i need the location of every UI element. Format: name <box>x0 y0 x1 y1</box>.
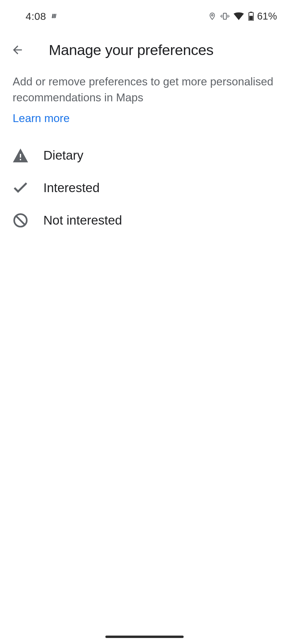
svg-rect-2 <box>222 15 222 18</box>
svg-line-10 <box>16 216 25 225</box>
description-text: Add or remove preferences to get more pe… <box>13 74 276 106</box>
preference-label: Not interested <box>43 213 122 228</box>
preference-interested[interactable]: Interested <box>12 172 277 204</box>
preference-label: Interested <box>43 181 100 195</box>
location-icon <box>208 12 216 21</box>
arrow-left-icon <box>11 43 24 57</box>
svg-rect-1 <box>223 13 226 19</box>
warning-icon <box>12 147 29 164</box>
page-title: Manage your preferences <box>49 41 213 58</box>
status-left: 4:08 <box>26 11 59 22</box>
check-icon <box>12 179 29 196</box>
svg-rect-8 <box>249 16 253 20</box>
navigation-handle[interactable] <box>105 636 184 638</box>
learn-more-link[interactable]: Learn more <box>13 112 70 125</box>
battery-icon <box>248 12 254 21</box>
status-bar: 4:08 <box>0 0 289 27</box>
status-time: 4:08 <box>26 11 46 22</box>
vibrate-icon <box>220 12 229 20</box>
description-block: Add or remove preferences to get more pe… <box>0 74 289 125</box>
svg-rect-3 <box>220 16 221 17</box>
preference-not-interested[interactable]: Not interested <box>12 204 277 237</box>
status-right: 61% <box>208 11 277 22</box>
block-icon <box>12 212 29 229</box>
svg-rect-4 <box>228 15 228 18</box>
svg-point-0 <box>211 14 213 16</box>
wifi-icon <box>234 12 244 20</box>
preferences-list: Dietary Interested Not interested <box>0 125 289 237</box>
svg-rect-5 <box>229 16 229 17</box>
app-header: Manage your preferences <box>0 27 289 74</box>
back-button[interactable] <box>10 43 25 57</box>
notification-icon <box>51 13 59 20</box>
preference-label: Dietary <box>43 148 83 163</box>
preference-dietary[interactable]: Dietary <box>12 139 277 172</box>
battery-percentage: 61% <box>257 11 277 22</box>
